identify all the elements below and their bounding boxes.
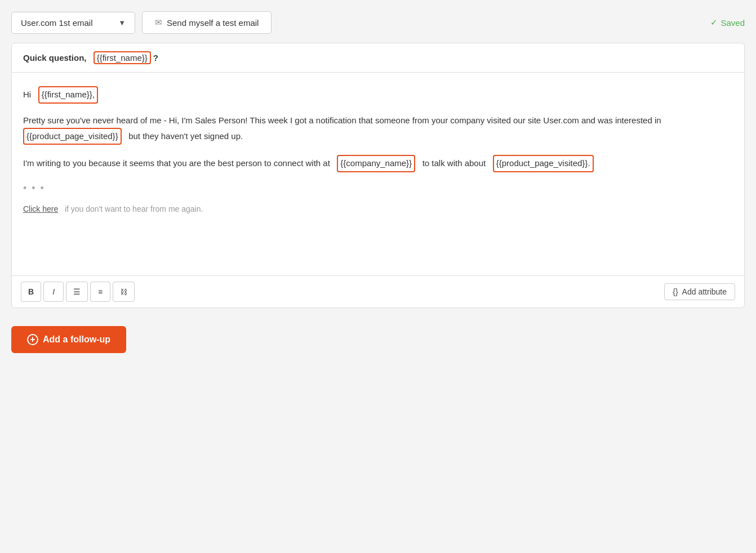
spacer	[488, 158, 490, 168]
unordered-list-icon	[73, 287, 81, 296]
greeting-hi: Hi	[23, 90, 31, 99]
test-email-label: Send myself a test email	[167, 18, 259, 28]
add-attribute-button[interactable]: {} Add attribute	[664, 283, 735, 300]
ordered-list-button[interactable]	[90, 282, 110, 302]
subject-line: Quick question, {{first_name}} ?	[12, 43, 744, 73]
email-editor-card: Quick question, {{first_name}} ? Hi {{fi…	[11, 43, 745, 308]
saved-status: ✓ Saved	[710, 17, 745, 28]
email-select-label: User.com 1st email	[21, 18, 93, 28]
spacer	[124, 131, 126, 141]
add-followup-button[interactable]: + Add a follow-up	[11, 326, 126, 353]
plus-circle-icon: +	[27, 334, 38, 345]
unsubscribe-after-text: if you don't want to hear from me again.	[65, 204, 203, 213]
italic-button[interactable]: I	[43, 282, 64, 302]
mail-icon: ✉	[155, 17, 162, 28]
unsubscribe-link[interactable]: Click here	[23, 204, 58, 213]
paragraph2-var-product[interactable]: {{product_page_visited}}.	[493, 155, 594, 172]
bold-button[interactable]: B	[21, 282, 41, 302]
spacer	[664, 115, 666, 125]
email-select-dropdown[interactable]: User.com 1st email ▼	[11, 12, 135, 34]
spacer	[33, 90, 35, 99]
formatting-toolbar: B I {} Add attribute	[12, 275, 744, 307]
unsubscribe-line: Click here if you don't want to hear fro…	[23, 204, 733, 213]
link-icon	[120, 287, 127, 296]
unordered-list-button[interactable]	[66, 282, 88, 302]
spacer	[417, 158, 420, 168]
spacer	[60, 204, 63, 213]
paragraph1-var-product[interactable]: {{product_page_visited}}	[23, 128, 122, 145]
link-button[interactable]	[113, 282, 135, 302]
ellipsis-block: • • •	[23, 182, 733, 194]
paragraph-1: Pretty sure you've never heard of me - H…	[23, 114, 733, 145]
greeting-var-first-name[interactable]: {{first_name}},	[38, 86, 98, 104]
ellipsis-text: • • •	[23, 182, 45, 194]
italic-icon: I	[52, 287, 55, 296]
add-followup-label: Add a follow-up	[43, 335, 110, 345]
spacer	[332, 158, 335, 168]
paragraph2-between: to talk with about	[423, 158, 486, 168]
paragraph2-before: I'm writing to you because it seems that…	[23, 158, 330, 168]
subject-trailing-char: ?	[153, 53, 158, 63]
paragraph1-after: but they haven't yet signed up.	[128, 131, 243, 141]
subject-var-first-name[interactable]: {{first_name}}	[94, 51, 151, 64]
check-icon: ✓	[710, 17, 718, 28]
ordered-list-icon	[98, 287, 103, 296]
add-attribute-label: Add attribute	[682, 287, 727, 296]
top-bar: User.com 1st email ▼ ✉ Send myself a tes…	[11, 11, 745, 34]
spacer	[89, 53, 91, 63]
paragraph1-before: Pretty sure you've never heard of me - H…	[23, 115, 661, 125]
bold-icon: B	[28, 287, 34, 296]
add-attribute-icon: {}	[673, 287, 678, 296]
subject-static-text: Quick question,	[23, 53, 87, 63]
saved-label: Saved	[721, 18, 745, 28]
greeting-paragraph: Hi {{first_name}},	[23, 86, 733, 104]
paragraph-2: I'm writing to you because it seems that…	[23, 155, 733, 172]
email-body: Hi {{first_name}}, Pretty sure you've ne…	[12, 73, 744, 275]
chevron-down-icon: ▼	[118, 19, 126, 27]
paragraph2-var-company[interactable]: {{company_name}}	[337, 155, 415, 172]
test-email-button[interactable]: ✉ Send myself a test email	[142, 11, 272, 34]
